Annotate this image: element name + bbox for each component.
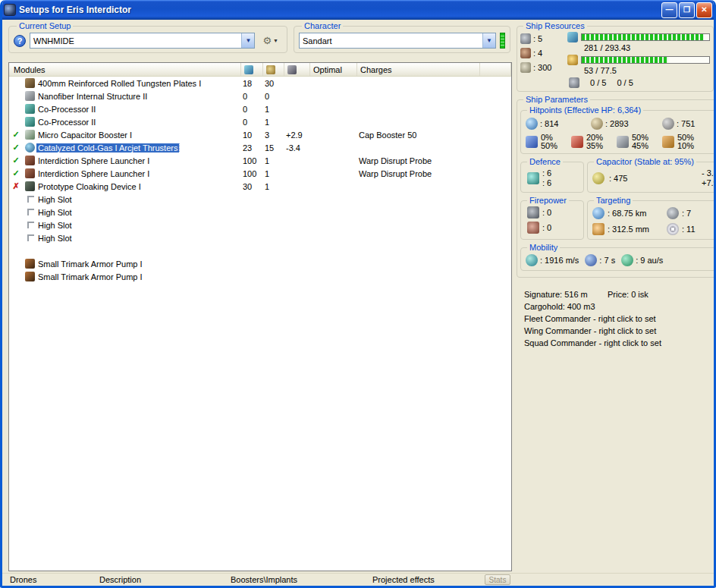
defence-value-1: : 6 xyxy=(542,168,551,178)
module-name-cell[interactable]: Nanofiber Internal Structure II xyxy=(36,92,241,101)
stats-button[interactable]: Stats xyxy=(485,574,510,585)
thermal-armor-resist: 35% xyxy=(586,142,603,150)
maximize-button[interactable]: ❐ xyxy=(679,2,695,18)
table-row[interactable]: Small Trimark Armor Pump I xyxy=(9,270,511,283)
module-name-cell[interactable]: Interdiction Sphere Launcher I xyxy=(36,156,241,165)
character-dropdown[interactable]: Sandart ▼ xyxy=(299,33,496,49)
cpu-usage-value: 281 / 293.43 xyxy=(584,42,710,55)
module-name-cell[interactable]: Prototype Cloaking Device I xyxy=(36,182,241,191)
empty-slot-label[interactable]: High Slot xyxy=(36,221,74,230)
module-name[interactable]: Interdiction Sphere Launcher I xyxy=(36,156,151,165)
module-name[interactable]: Co-Processor II xyxy=(36,118,97,127)
table-row[interactable]: ✓Interdiction Sphere Launcher I1001Warp … xyxy=(9,154,511,167)
module-name-cell[interactable]: High Slot xyxy=(36,208,241,217)
table-row[interactable]: ✓Interdiction Sphere Launcher I1001Warp … xyxy=(9,167,511,180)
table-row[interactable]: High Slot xyxy=(9,193,511,206)
setup-tools-button[interactable]: ⚙ ▼ xyxy=(259,33,282,49)
table-row[interactable]: ✓Catalyzed Cold-Gas I Arcjet Thrusters23… xyxy=(9,141,511,154)
column-header-modules[interactable]: Modules xyxy=(9,63,241,76)
warp-speed-value: : 9 au/s xyxy=(636,256,663,265)
highslot-icon xyxy=(27,234,34,241)
targeting-label: Targeting xyxy=(594,196,633,205)
module-name-cell[interactable]: Catalyzed Cold-Gas I Arcjet Thrusters xyxy=(36,143,241,153)
cell-cpu: 100 xyxy=(241,156,263,165)
module-name[interactable]: Micro Capacitor Booster I xyxy=(36,130,133,140)
module-name[interactable]: Prototype Cloaking Device I xyxy=(36,182,143,191)
module-name[interactable]: Co-Processor II xyxy=(36,105,97,114)
character-label: Character xyxy=(302,21,343,30)
close-button[interactable]: ✕ xyxy=(696,2,712,18)
table-row[interactable]: ✗Prototype Cloaking Device I301 xyxy=(9,180,511,193)
fleet-commander-hint[interactable]: Fleet Commander - right click to set xyxy=(524,313,714,325)
chevron-down-icon[interactable]: ▼ xyxy=(482,33,495,48)
module-name-cell[interactable]: Co-Processor II xyxy=(36,105,241,114)
tab-boosters-implants[interactable]: Boosters\Implants xyxy=(231,575,297,584)
table-row[interactable]: High Slot xyxy=(9,219,511,231)
table-row[interactable]: Co-Processor II01 xyxy=(9,115,511,128)
module-name-cell[interactable]: Co-Processor II xyxy=(36,118,241,127)
cell-charges: Warp Disrupt Probe xyxy=(357,156,480,165)
column-header-spacer xyxy=(480,63,511,76)
column-header-charges[interactable]: Charges xyxy=(357,63,480,76)
module-name[interactable]: Nanofiber Internal Structure II xyxy=(36,92,149,101)
capacitor-drain: - 3.4 xyxy=(702,168,716,178)
module-name-cell[interactable]: High Slot xyxy=(36,234,241,243)
current-setup-label: Current Setup xyxy=(17,21,73,30)
module-name[interactable]: Small Trimark Armor Pump I xyxy=(36,272,144,281)
price-value: Price: 0 isk xyxy=(608,288,648,300)
scan-resolution-value: : 312.5 mm xyxy=(608,225,649,234)
table-row[interactable]: ✓Micro Capacitor Booster I103+2.9Cap Boo… xyxy=(9,128,511,141)
module-name[interactable]: Small Trimark Armor Pump I xyxy=(36,259,144,269)
module-name-cell[interactable]: High Slot xyxy=(36,221,241,230)
empty-slot-label[interactable]: High Slot xyxy=(36,195,74,204)
powergrid-column-icon xyxy=(266,65,275,74)
table-row[interactable]: Small Trimark Armor Pump I xyxy=(9,257,511,270)
kinetic-resist-icon xyxy=(617,136,629,148)
module-icon-cell xyxy=(23,156,36,165)
gear-icon: ⚙ xyxy=(262,35,272,46)
module-name-cell[interactable]: High Slot xyxy=(36,195,241,204)
minimize-button[interactable]: — xyxy=(661,2,677,18)
empty-slot-label[interactable]: High Slot xyxy=(36,208,74,217)
fitted-check-icon: ✓ xyxy=(9,156,23,165)
table-row[interactable]: 400mm Reinforced Rolled Tungsten Plates … xyxy=(9,77,511,90)
chevron-down-icon[interactable]: ▼ xyxy=(241,33,254,48)
module-name-cell[interactable]: 400mm Reinforced Rolled Tungsten Plates … xyxy=(36,79,241,88)
table-row[interactable]: High Slot xyxy=(9,231,511,244)
module-name-cell[interactable]: Small Trimark Armor Pump I xyxy=(36,259,241,269)
cap-booster-icon xyxy=(25,130,35,140)
wing-commander-hint[interactable]: Wing Commander - right click to set xyxy=(524,325,714,337)
tab-drones[interactable]: Drones xyxy=(10,575,36,584)
titlebar[interactable]: Setups for Eris Interdictor — ❐ ✕ xyxy=(0,0,716,20)
module-name[interactable]: 400mm Reinforced Rolled Tungsten Plates … xyxy=(36,79,203,88)
column-header-powergrid[interactable] xyxy=(263,63,284,76)
module-name[interactable]: Interdiction Sphere Launcher I xyxy=(36,169,151,178)
tab-description[interactable]: Description xyxy=(99,575,141,584)
table-row[interactable]: High Slot xyxy=(9,206,511,219)
module-name-cell[interactable]: Micro Capacitor Booster I xyxy=(36,130,241,140)
defence-group: Defence : 6 : 6 xyxy=(520,157,584,193)
targeting-range-value: : 68.75 km xyxy=(608,209,646,218)
table-row[interactable]: Co-Processor II01 xyxy=(9,102,511,115)
column-header-capacitor[interactable] xyxy=(284,63,310,76)
help-button[interactable]: ? xyxy=(14,35,26,47)
module-name-cell[interactable]: Small Trimark Armor Pump I xyxy=(36,272,241,281)
table-row[interactable]: Nanofiber Internal Structure II00 xyxy=(9,90,511,102)
column-header-cpu[interactable] xyxy=(241,63,263,76)
squad-commander-hint[interactable]: Squad Commander - right click to set xyxy=(524,337,714,349)
character-group: Character Sandart ▼ xyxy=(294,21,510,53)
calibration-value: : 300 xyxy=(533,63,551,72)
module-icon-cell xyxy=(23,104,36,114)
cell-cpu: 0 xyxy=(241,118,263,127)
module-name-cell[interactable]: Interdiction Sphere Launcher I xyxy=(36,169,241,178)
empty-slot-label[interactable]: High Slot xyxy=(36,234,74,243)
module-name[interactable]: Catalyzed Cold-Gas I Arcjet Thrusters xyxy=(36,143,179,153)
nanofiber-icon xyxy=(25,91,35,101)
setup-dropdown[interactable]: WNHMIDE ▼ xyxy=(30,33,255,49)
column-header-optimal[interactable]: Optimal xyxy=(310,63,357,76)
modules-table-body: 400mm Reinforced Rolled Tungsten Plates … xyxy=(9,77,511,283)
thermal-resist-icon xyxy=(571,136,583,148)
coprocessor-icon xyxy=(25,117,35,127)
cell-powergrid: 1 xyxy=(263,105,284,114)
tab-projected-effects[interactable]: Projected effects xyxy=(372,575,435,584)
